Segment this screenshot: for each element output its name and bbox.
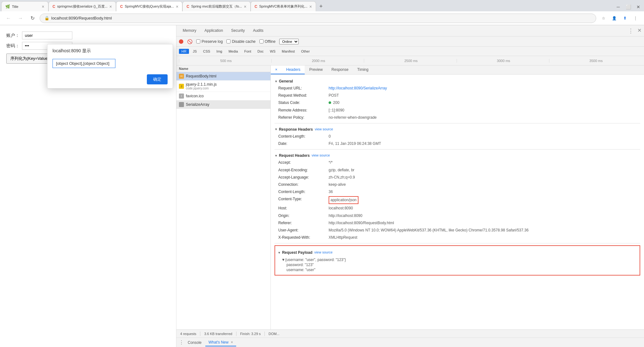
filter-js[interactable]: JS [190,49,199,54]
timeline-3500ms: 3500 ms [549,59,641,63]
general-section-header[interactable]: General [275,77,640,85]
response-headers-header[interactable]: Response Headers [275,125,313,133]
tab-audits[interactable]: Audits [249,26,267,35]
network-item-favicon[interactable]: I favicon.ico [176,92,270,100]
details-tab-response[interactable]: Response [327,65,353,74]
network-item-requestbody[interactable]: H RequestBody.html [176,72,270,81]
filter-media[interactable]: Media [226,49,241,54]
status-divider-3 [264,332,265,336]
filter-hr[interactable]: HR [179,49,189,54]
tab-security[interactable]: Security [227,26,248,35]
request-payload-view-source[interactable]: view source [314,250,333,254]
whats-new-close-icon[interactable]: × [231,340,233,344]
tab-title[interactable]: 🌿 Title × [1,1,48,11]
close-window-button[interactable]: ✕ [634,3,643,11]
filter-img[interactable]: Img [214,49,225,54]
remote-address-row: Remote Address: [::1]:8090 [275,107,640,114]
record-icon[interactable] [179,39,183,44]
filter-font[interactable]: Font [242,49,254,54]
devtools-dots-icon[interactable]: ⋮ [628,27,634,34]
devtools-close-icon[interactable]: ✕ [637,27,641,34]
details-tab-timing[interactable]: Timing [353,65,373,74]
tab-springmvc-serialize2[interactable]: C SpringMVC将表单对象序列化... × [251,1,316,11]
connection-row: Connection: keep-alive [275,181,640,188]
forward-button[interactable]: → [16,14,25,23]
remote-address-value: [::1]:8090 [329,107,344,113]
account-input[interactable] [22,31,72,39]
extension-button[interactable]: ⬆ [620,14,630,23]
new-tab-button[interactable]: + [316,1,326,11]
html-icon: H [179,74,184,79]
preserve-log-checkbox[interactable] [196,39,200,43]
tab-close-icon-2[interactable]: × [109,4,112,9]
referrer-policy-row: Referrer Policy: no-referrer-when-downgr… [275,114,640,121]
menu-button[interactable]: ⋮ [631,14,640,23]
network-toolbar: 🚫 Preserve log Disable cache Offline Onl… [176,37,644,47]
requests-count: 4 requests [180,332,196,336]
tab-close-icon[interactable]: × [42,4,44,9]
url-box[interactable]: 🔒 localhost:8090/RequestBody.html [40,14,596,23]
origin-value: http://localhost:8090 [329,213,362,219]
offline-checkbox[interactable] [259,39,264,43]
resp-date-row: Date: Fri, 11 Jan 2019 06:24:38 GMT [275,140,640,147]
profile-button[interactable]: 👤 [609,14,619,23]
content-type-label: Content-Type: [278,196,329,204]
net-item-name-4: SerializeArray [186,102,268,107]
tab-springmvc-jquery[interactable]: C SpringMVC接收jQuery实现aja... × [116,1,182,11]
tab-close-icon-4[interactable]: × [244,4,246,9]
filter-ws[interactable]: WS [267,49,278,54]
tab-whats-new[interactable]: What's New × [205,339,236,346]
minimize-button[interactable]: ─ [614,3,623,11]
bookmarks-button[interactable]: ☆ [599,14,608,23]
clear-icon[interactable]: 🚫 [187,39,192,44]
preserve-log-checkbox-label[interactable]: Preserve log [196,39,223,44]
bottom-dots-icon[interactable]: ⋮ [179,339,184,345]
network-item-jquery[interactable]: J jquery-2.1.1.min.js code.jquery.com [176,81,270,92]
tab-label-2: springmvc接收serialize ()_百度... [57,4,108,9]
filter-doc[interactable]: Doc [255,49,266,54]
tab-close-icon-3[interactable]: × [176,4,178,9]
request-method-value: POST [329,93,339,99]
referer-row: Referer: http://localhost:8090/RequestBo… [275,219,640,227]
user-agent-value: Mozilla/5.0 (Windows NT 10.0; WOW64) App… [329,227,529,233]
request-headers-header[interactable]: Request Headers [275,151,310,159]
timeline-2500ms: 2500 ms [364,59,456,63]
request-url-row: Request URL: http://localhost:8090/Seria… [275,85,640,92]
net-item-name-3: favicon.ico [186,94,268,98]
response-headers-section: Response Headers view source [275,125,640,133]
tab-console[interactable]: Console [185,339,205,346]
modal-value: [object Object],[object Object] [53,59,115,68]
user-agent-row: User-Agent: Mozilla/5.0 (Windows NT 10.0… [275,227,640,234]
details-tab-bar: × Headers Preview Response Timing [271,65,644,75]
status-code-value: 200 [329,100,339,106]
details-tab-close[interactable]: × [271,65,282,74]
payload-username: username: "user" [281,267,637,272]
reload-button[interactable]: ↻ [28,14,37,23]
tab-memory[interactable]: Memory [179,26,200,35]
req-content-length-row: Content-Length: 36 [275,188,640,196]
network-item-serialize-array[interactable]: SerializeArray [176,100,270,109]
details-tab-headers[interactable]: Headers [282,65,305,74]
payload-root: ▼{username: "user", password: "123"} [281,257,637,262]
filter-css[interactable]: CSS [201,49,213,54]
tab-springmvc-serialize[interactable]: C springmvc接收serialize ()_百度... × [48,1,116,11]
back-button[interactable]: ← [4,14,13,23]
disable-cache-checkbox[interactable] [226,39,230,43]
filter-manifest[interactable]: Manifest [279,49,297,54]
filter-other[interactable]: Other [299,49,313,54]
network-throttle-select[interactable]: Online [279,39,299,44]
disable-cache-checkbox-label[interactable]: Disable cache [226,39,255,44]
details-tab-preview[interactable]: Preview [305,65,327,74]
tab-spring-mvc-interaction[interactable]: C Spring mvc前后端数据交互（fo... × [182,1,250,11]
request-payload-header[interactable]: Request Payload [278,248,313,256]
remote-address-label: Remote Address: [278,107,329,113]
response-headers-view-source[interactable]: view source [315,127,333,131]
tab-close-icon-5[interactable]: × [309,4,312,9]
tab-application[interactable]: Application [201,26,227,35]
browser-actions: ☆ 👤 ⬆ ⋮ [599,14,640,23]
offline-checkbox-label[interactable]: Offline [259,39,275,44]
maximize-button[interactable]: ⬜ [624,3,633,11]
content-type-row: Content-Type: application/json [275,196,640,205]
request-headers-view-source[interactable]: view source [312,153,330,157]
modal-confirm-button[interactable]: 确定 [147,74,168,84]
